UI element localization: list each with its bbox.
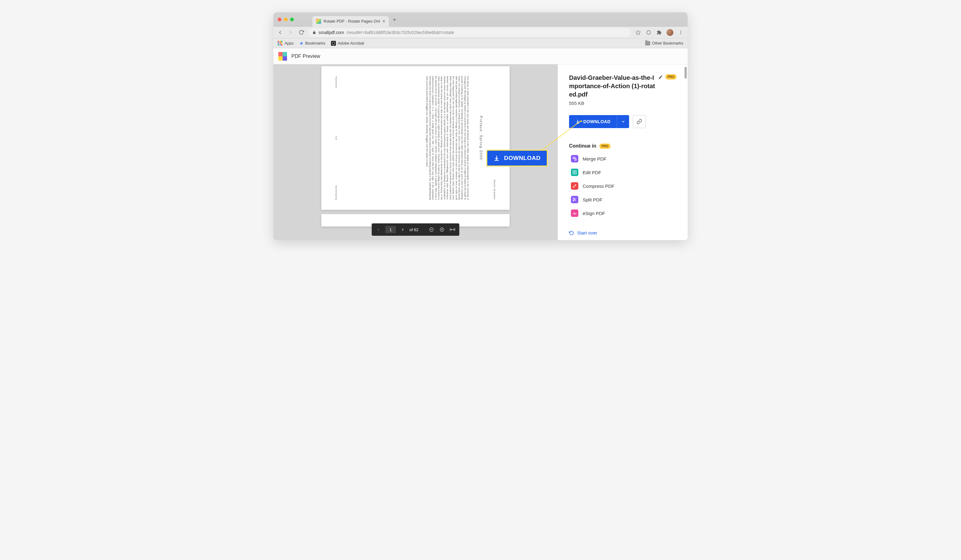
callout-label: DOWNLOAD	[504, 155, 541, 162]
footer-center: N.10	[335, 136, 337, 140]
bookmarks-label: Bookmarks	[305, 41, 325, 45]
address-bar[interactable]: smallpdf.com/result#r=6af61dd6f53e3b3c75…	[309, 28, 631, 37]
extensions-button[interactable]	[656, 29, 662, 35]
pdf-page-1: David Graeber Preface: Spring 2005 The t…	[321, 66, 509, 210]
edit-icon	[571, 168, 579, 176]
download-options-button[interactable]	[617, 115, 629, 128]
bookmarks-shortcut[interactable]: ★ Bookmarks	[299, 40, 325, 46]
start-over-label: Start over	[577, 230, 597, 236]
reload-button[interactable]	[298, 29, 304, 35]
close-tab-button[interactable]: ×	[382, 19, 385, 24]
tool-label: Merge PDF	[583, 156, 606, 162]
tool-label: eSign PDF	[583, 211, 605, 216]
maximize-window-button[interactable]	[290, 18, 294, 21]
new-tab-button[interactable]: +	[392, 16, 396, 24]
titlebar: Rotate PDF - Rotate Pages Onl × +	[273, 12, 688, 27]
footer-left: Thecommoner	[335, 76, 337, 88]
continue-in-label: Continue in	[569, 143, 596, 149]
smallpdf-logo[interactable]	[278, 52, 287, 61]
svg-point-3	[680, 32, 681, 33]
bookmark-star-button[interactable]	[635, 29, 641, 35]
svg-point-4	[680, 34, 681, 34]
lock-icon	[312, 30, 316, 34]
share-link-button[interactable]	[633, 115, 646, 128]
tool-merge-pdf[interactable]: Merge PDF	[571, 155, 677, 162]
url-path: /result#r=6af61dd6f53e3b3c752fc029ecf49e…	[346, 30, 454, 35]
merge-icon	[571, 155, 579, 162]
browser-window: Rotate PDF - Rotate Pages Onl × + smallp…	[273, 12, 688, 240]
download-label: DOWNLOAD	[583, 119, 611, 124]
minimize-window-button[interactable]	[284, 18, 288, 21]
fit-width-button[interactable]	[448, 226, 456, 233]
tool-label: Edit PDF	[583, 170, 601, 175]
folder-icon	[645, 41, 650, 45]
content-area: David Graeber Preface: Spring 2005 The t…	[273, 64, 688, 240]
filesize: 555 KB	[569, 101, 677, 106]
close-window-button[interactable]	[278, 18, 281, 21]
download-icon	[493, 155, 500, 161]
acrobat-shortcut[interactable]: Adobe Acrobat	[331, 41, 364, 46]
zoom-out-button[interactable]	[427, 226, 435, 233]
compress-icon	[571, 182, 579, 190]
acrobat-icon	[331, 41, 336, 46]
tab-favicon	[316, 19, 321, 24]
tool-compress-pdf[interactable]: Compress PDF	[571, 182, 677, 190]
page-controls: of 62	[372, 223, 460, 236]
svg-rect-14	[573, 157, 575, 159]
download-callout: DOWNLOAD	[486, 150, 548, 167]
star-icon: ★	[299, 40, 304, 46]
document-body: The theory of value presented in the nex…	[426, 76, 470, 200]
other-bookmarks[interactable]: Other Bookmarks	[645, 41, 683, 45]
svg-marker-0	[636, 30, 641, 34]
app-header: PDF Preview	[273, 48, 688, 64]
esign-icon	[571, 209, 579, 217]
svg-point-19	[573, 198, 574, 199]
next-page-button[interactable]	[399, 226, 407, 233]
other-bookmarks-label: Other Bookmarks	[652, 41, 683, 45]
split-icon	[571, 196, 579, 203]
pro-badge-2: PRO	[599, 144, 611, 149]
svg-point-2	[680, 30, 681, 32]
apps-shortcut[interactable]: Apps	[278, 41, 294, 46]
tool-edit-pdf[interactable]: Edit PDF	[571, 168, 677, 176]
restart-icon	[569, 231, 574, 236]
start-over-button[interactable]: Start over	[569, 226, 677, 236]
tool-split-pdf[interactable]: Split PDF	[571, 196, 677, 203]
page-title: PDF Preview	[291, 53, 320, 59]
page-number-input[interactable]	[386, 226, 396, 233]
pro-badge: PRO	[665, 74, 677, 80]
profile-avatar[interactable]	[667, 29, 673, 36]
acrobat-label: Adobe Acrobat	[338, 41, 364, 45]
svg-point-20	[573, 200, 574, 201]
refresh-extension-button[interactable]	[646, 29, 652, 35]
document-author: David Graeber	[493, 76, 496, 200]
apps-icon	[278, 41, 283, 46]
zoom-in-button[interactable]	[438, 226, 445, 233]
tab-title: Rotate PDF - Rotate Pages Onl	[323, 19, 380, 24]
download-button[interactable]: DOWNLOAD	[569, 115, 629, 128]
rename-button[interactable]	[658, 75, 663, 80]
tool-esign-pdf[interactable]: eSign PDF	[571, 209, 677, 217]
document-heading: Preface: Spring 2005	[479, 76, 483, 200]
footer-right: thecommoner.org	[335, 185, 337, 200]
svg-rect-15	[575, 159, 577, 160]
bookmarks-bar: Apps ★ Bookmarks Adobe Acrobat Other Boo…	[273, 39, 688, 48]
browser-tab[interactable]: Rotate PDF - Rotate Pages Onl ×	[312, 16, 389, 27]
total-pages-label: of 62	[410, 228, 419, 232]
filename: David-Graeber-Value-as-the-Importance-of…	[569, 74, 656, 99]
prev-page-button[interactable]	[375, 226, 382, 233]
url-host: smallpdf.com	[318, 30, 344, 35]
apps-label: Apps	[284, 41, 294, 45]
forward-button[interactable]	[288, 29, 294, 35]
tool-list: Merge PDF Edit PDF Compress PDF	[569, 155, 677, 217]
sidebar-scrollbar[interactable]	[685, 67, 687, 79]
window-controls	[278, 18, 294, 21]
back-button[interactable]	[277, 29, 283, 35]
browser-menu-button[interactable]	[678, 29, 684, 35]
sidebar: David-Graeber-Value-as-the-Importance-of…	[558, 64, 688, 240]
browser-toolbar: smallpdf.com/result#r=6af61dd6f53e3b3c75…	[273, 27, 688, 39]
svg-point-1	[647, 30, 651, 34]
tool-label: Split PDF	[583, 197, 602, 202]
tool-label: Compress PDF	[583, 183, 615, 189]
download-icon	[575, 119, 580, 124]
